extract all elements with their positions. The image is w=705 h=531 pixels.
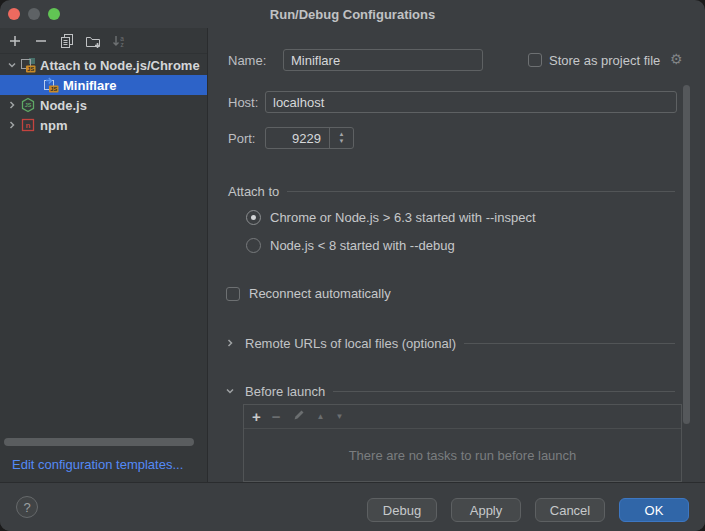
dialog-footer: ? Debug Apply Cancel OK	[0, 482, 705, 531]
move-up-icon[interactable]: ▲	[317, 412, 325, 422]
radio-label: Chrome or Node.js > 6.3 started with --i…	[270, 210, 536, 225]
cancel-button[interactable]: Cancel	[535, 498, 605, 522]
reconnect-checkbox[interactable]	[226, 287, 240, 301]
port-label: Port:	[228, 131, 255, 146]
configurations-sidebar: a z JS Attach to Node.js/Chr	[0, 28, 208, 482]
gear-icon[interactable]: ⚙	[670, 52, 683, 66]
sort-alphabetically-icon[interactable]: a z	[111, 33, 127, 49]
add-task-icon[interactable]: +	[252, 409, 261, 424]
store-as-project-file-checkbox[interactable]	[528, 53, 542, 67]
configuration-tree: JS Attach to Node.js/Chrome JS Miniflare	[0, 55, 207, 135]
tree-item-label: Node.js	[40, 98, 87, 113]
radio-selected-icon[interactable]	[246, 210, 261, 225]
tree-item-label: Attach to Node.js/Chrome	[40, 58, 200, 73]
chevron-right-icon[interactable]	[6, 99, 20, 111]
debug-button[interactable]: Debug	[367, 498, 437, 522]
radio-label: Node.js < 8 started with --debug	[270, 238, 455, 253]
chevron-down-icon[interactable]	[6, 59, 20, 71]
sidebar-horizontal-scrollbar[interactable]	[4, 438, 194, 446]
remote-urls-label: Remote URLs of local files (optional)	[245, 336, 456, 351]
remove-task-icon[interactable]: −	[272, 409, 281, 424]
form-vertical-scrollbar[interactable]	[683, 85, 690, 424]
dialog-title: Run/Debug Configurations	[0, 7, 705, 22]
attach-config-arrow-icon: JS	[43, 77, 59, 93]
nodejs-icon: JS	[20, 97, 36, 113]
store-as-project-file-label: Store as project file	[549, 53, 660, 68]
move-down-icon[interactable]: ▼	[335, 412, 343, 422]
radio-option-inspect[interactable]: Chrome or Node.js > 6.3 started with --i…	[246, 210, 536, 225]
edit-task-icon[interactable]	[292, 408, 306, 425]
separator-line	[333, 391, 675, 392]
svg-text:z: z	[120, 41, 123, 48]
tree-item-miniflare-selected[interactable]: JS Miniflare	[0, 75, 207, 95]
port-input[interactable]	[266, 128, 329, 148]
edit-configuration-templates-link[interactable]: Edit configuration templates...	[12, 457, 183, 472]
remove-configuration-icon[interactable]	[33, 33, 49, 49]
attach-config-icon: JS	[20, 57, 36, 73]
svg-text:JS: JS	[27, 66, 34, 72]
spinner-down-icon[interactable]: ▼	[339, 138, 345, 145]
host-label: Host:	[228, 95, 258, 110]
titlebar: Run/Debug Configurations	[0, 0, 705, 28]
tree-item-npm[interactable]: n npm	[0, 115, 207, 135]
radio-option-debug[interactable]: Node.js < 8 started with --debug	[246, 238, 455, 253]
attach-to-label: Attach to	[228, 184, 279, 199]
tree-item-attach-group[interactable]: JS Attach to Node.js/Chrome	[0, 55, 207, 75]
spinner-up-icon[interactable]: ▲	[339, 131, 345, 138]
tree-item-nodejs[interactable]: JS Node.js	[0, 95, 207, 115]
svg-text:n: n	[26, 121, 31, 130]
port-spinner: ▲ ▼	[265, 127, 354, 149]
reconnect-label: Reconnect automatically	[249, 286, 391, 301]
add-configuration-icon[interactable]	[7, 33, 23, 49]
host-input[interactable]	[265, 91, 677, 113]
tree-item-label: Miniflare	[63, 78, 116, 93]
ok-button[interactable]: OK	[619, 498, 689, 522]
reconnect-automatically-option[interactable]: Reconnect automatically	[226, 286, 391, 301]
before-launch-label: Before launch	[245, 384, 325, 399]
svg-text:JS: JS	[25, 102, 32, 108]
svg-text:JS: JS	[50, 86, 57, 92]
sidebar-toolbar: a z	[0, 28, 207, 54]
attach-to-separator: Attach to	[228, 183, 675, 199]
npm-icon: n	[20, 117, 36, 133]
help-button[interactable]: ?	[16, 496, 38, 518]
before-launch-toolbar: + − ▲ ▼	[244, 405, 681, 429]
name-input[interactable]	[283, 49, 483, 71]
chevron-right-icon[interactable]	[6, 119, 20, 131]
no-tasks-message: There are no tasks to run before launch	[244, 429, 681, 481]
separator-line	[287, 191, 675, 192]
configuration-form: Name: Store as project file ⚙ Host: Port…	[208, 28, 705, 482]
separator-line	[464, 343, 675, 344]
apply-button[interactable]: Apply	[451, 498, 521, 522]
chevron-right-icon[interactable]	[224, 337, 237, 349]
name-label: Name:	[228, 53, 266, 68]
run-debug-configurations-dialog: Run/Debug Configurations	[0, 0, 705, 531]
tree-item-label: npm	[40, 118, 67, 133]
radio-unselected-icon[interactable]	[246, 238, 261, 253]
before-launch-tasks-panel: + − ▲ ▼ There are no tasks to run before…	[243, 404, 682, 482]
before-launch-section-header[interactable]: Before launch	[224, 383, 675, 399]
chevron-down-icon[interactable]	[224, 385, 237, 397]
remote-urls-section-header[interactable]: Remote URLs of local files (optional)	[224, 335, 675, 351]
new-folder-icon[interactable]	[85, 33, 101, 49]
copy-configuration-icon[interactable]	[59, 33, 75, 49]
port-stepper: ▲ ▼	[329, 128, 353, 148]
